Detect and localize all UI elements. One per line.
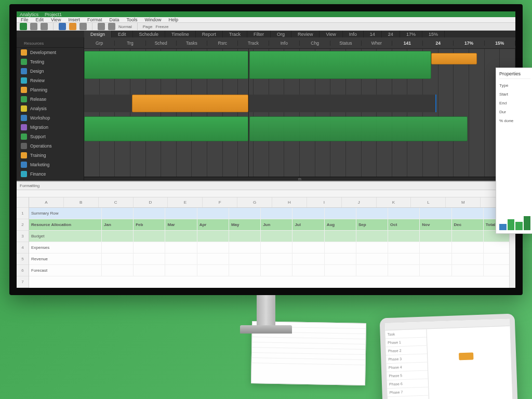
cell[interactable] [134,265,165,276]
cell[interactable] [388,208,420,219]
cell[interactable] [388,231,420,242]
column-header[interactable]: E [168,197,203,207]
cell[interactable] [197,265,229,276]
context-tab[interactable]: Track [223,31,247,37]
gantt-column-header[interactable]: Tasks [177,41,207,46]
cell[interactable] [229,208,261,219]
column-header[interactable]: M [446,197,481,207]
paste-icon[interactable] [59,23,66,30]
cell[interactable] [420,265,451,276]
cell[interactable] [102,254,134,264]
row-number[interactable]: 7 [17,276,29,288]
redo-icon[interactable] [41,23,48,30]
gantt-column-header[interactable]: Grp [84,41,115,46]
cell[interactable] [420,242,451,253]
sheet-formula-bar[interactable] [17,190,515,197]
cell[interactable]: Sep [356,219,388,230]
cell[interactable]: Summary Row [29,208,102,219]
cell[interactable] [388,254,420,264]
corner-cell[interactable] [17,197,29,208]
gantt-column-header[interactable]: Rsrc [207,41,238,46]
cell[interactable]: May [229,219,261,230]
sidebar-item[interactable]: Analysis [17,104,84,113]
cell[interactable]: Forecast [29,265,102,276]
cell[interactable] [134,208,165,219]
row-number[interactable]: 1 [17,208,29,219]
sidebar-item[interactable]: Development [17,48,84,57]
gantt-bar[interactable] [249,51,431,79]
column-header[interactable]: D [134,197,168,207]
cell[interactable] [134,254,165,264]
cell[interactable] [420,231,451,242]
sidebar-item[interactable]: Marketing [17,160,84,169]
column-header[interactable]: I [307,197,342,207]
sidebar-item[interactable]: Migration [17,123,84,132]
cell[interactable]: Resource Allocation [29,219,102,230]
cell[interactable]: Dec [452,219,484,230]
gantt-column-header[interactable]: Wher [362,41,392,46]
menu-item[interactable]: Format [87,17,102,22]
cell[interactable]: Apr [197,219,229,230]
sidebar-item[interactable]: Workshop [17,113,84,123]
context-tab[interactable]: 17% [400,31,422,37]
sidebar-item[interactable]: Design [17,66,84,76]
gantt-column-header[interactable]: Track [238,41,269,46]
row-number[interactable]: 2 [17,219,29,231]
cell[interactable]: Jul [292,219,324,230]
table-row[interactable]: Resource AllocationJanFebMarAprMayJunJul… [29,219,515,231]
column-header[interactable]: A [29,197,64,207]
copy-icon[interactable] [69,23,76,30]
cell[interactable]: Revenue [29,254,102,264]
cell[interactable]: Aug [325,219,356,230]
column-header[interactable]: F [203,197,237,207]
context-tab[interactable]: Info [343,31,364,37]
playhead[interactable] [435,95,436,112]
cell[interactable] [229,265,261,276]
context-tab[interactable]: Edit [112,31,133,37]
cell[interactable] [102,242,134,253]
gantt-column-header[interactable]: Status [330,41,361,46]
gantt-column-header[interactable]: 141 [392,41,423,46]
gantt-column-header[interactable]: Info [269,41,300,46]
context-tab[interactable]: 24 [382,31,400,37]
cell[interactable]: Feb [134,219,165,230]
table-row[interactable]: Expenses [29,242,515,254]
cell[interactable] [165,254,197,264]
cell[interactable] [452,208,484,219]
gantt-bar[interactable] [248,95,435,112]
row-number[interactable]: 6 [17,265,29,276]
cell[interactable] [229,231,261,242]
context-tab[interactable]: Schedule [133,31,166,37]
gantt-bar[interactable] [431,53,477,64]
cell[interactable] [420,208,451,219]
cell[interactable] [452,254,484,264]
cell[interactable] [325,254,356,264]
cell[interactable] [165,208,197,219]
cell[interactable] [261,254,292,264]
cell[interactable] [292,231,324,242]
cell[interactable] [420,254,451,264]
cell[interactable] [102,265,134,276]
menu-item[interactable]: View [51,17,61,22]
context-tab[interactable]: Review [291,31,320,37]
gantt-column-header[interactable]: 15% [485,41,515,46]
cell[interactable] [325,231,356,242]
gantt-column-header[interactable]: 17% [454,41,484,46]
cell[interactable] [134,242,165,253]
column-header[interactable]: H [272,197,307,207]
cell[interactable] [261,242,292,253]
column-header[interactable]: C [99,197,134,207]
cell[interactable] [292,242,324,253]
cell[interactable] [388,265,420,276]
cell[interactable] [452,231,484,242]
menu-item[interactable]: Help [168,17,178,22]
context-tab[interactable]: Org [271,31,291,37]
gantt-bar[interactable] [84,116,248,141]
context-tab[interactable]: Design [84,31,112,37]
cell[interactable]: Jan [102,219,134,230]
gantt-body[interactable]: m [84,49,515,181]
cell[interactable] [229,242,261,253]
menu-item[interactable]: Window [144,17,161,22]
table-row[interactable]: Forecast [29,265,515,276]
table-row[interactable]: Revenue [29,254,515,265]
